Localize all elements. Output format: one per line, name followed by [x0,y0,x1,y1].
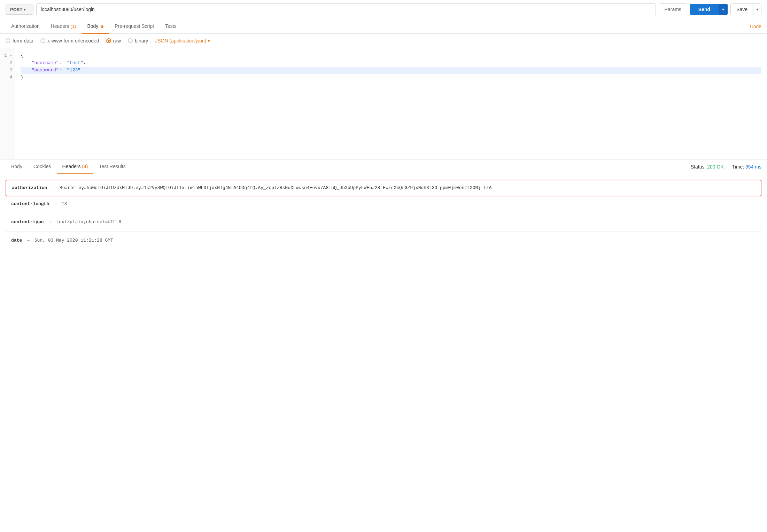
code-editor[interactable]: { "username": "test", "password": "123" … [15,48,767,159]
radio-raw [106,38,111,43]
save-button[interactable]: Save [731,4,753,15]
line-num-4: 4 [4,74,12,81]
arrow-content-type: → [48,219,51,225]
header-value-authorization: Bearer eyJhbGciOiJIUzUxMiJ9.eyJ1c2VySWQi… [60,185,491,190]
tab-authorization[interactable]: Authorization [6,19,45,34]
body-options: form-data x-www-form-urlencoded raw bina… [0,34,767,48]
resp-tab-headers[interactable]: Headers (4) [57,159,94,174]
code-line-4: } [21,74,761,81]
time-label: Time: 354 ms [732,164,761,170]
option-form-data[interactable]: form-data [6,38,33,44]
format-chevron: ▾ [208,38,210,44]
resp-headers-badge: (4) [82,164,88,169]
header-date: date → Sun, 03 May 2020 11:21:28 GMT [6,234,761,247]
header-name-date: date [11,238,22,243]
divider-2 [6,231,761,232]
time-value: 354 ms [745,164,761,170]
tab-pre-request[interactable]: Pre-request Script [109,19,160,34]
option-urlencoded[interactable]: x-www-form-urlencoded [40,38,99,44]
response-body: authorization → Bearer eyJhbGciOiJIUzUxM… [0,174,767,252]
option-raw[interactable]: raw [106,38,121,44]
method-label: POST [10,7,22,12]
radio-urlencoded [40,38,45,43]
line-num-2: 2 [4,60,12,67]
send-dropdown-button[interactable]: ▾ [719,4,728,15]
header-name-content-length: content-length [11,201,49,206]
method-select[interactable]: POST ▾ [6,5,33,15]
save-group: Save ▾ [730,3,761,15]
arrow-date: → [27,238,30,243]
key-password: "password" [32,68,59,73]
tab-body[interactable]: Body [82,19,109,34]
val-password: "123" [67,68,80,73]
headers-badge: (1) [71,24,76,29]
code-line-2: "username": "test", [21,60,761,67]
format-select[interactable]: JSON (application/json) ▾ [155,38,210,44]
option-urlencoded-label: x-www-form-urlencoded [47,38,99,44]
resp-tab-test-results[interactable]: Test Results [93,159,131,174]
val-username: "test" [67,60,83,65]
header-value-content-type: text/plain;charset=UTF-8 [56,219,121,225]
tab-tests[interactable]: Tests [160,19,182,34]
line-numbers: 1 ▾ 2 3 4 [0,48,15,159]
option-raw-label: raw [113,38,121,44]
status-label: Status: 200 OK [691,164,724,170]
header-content-type: content-type → text/plain;charset=UTF-8 [6,216,761,228]
line-num-3: 3 [4,67,12,74]
method-chevron: ▾ [24,7,26,12]
arrow-content-length: → [54,201,57,206]
option-binary[interactable]: binary [128,38,148,44]
arrow-authorization: → [52,185,55,190]
url-input[interactable] [36,3,656,15]
status-code: 200 OK [707,164,723,170]
tab-headers[interactable]: Headers (1) [45,19,82,34]
format-label: JSON (application/json) [155,38,206,44]
header-authorization: authorization → Bearer eyJhbGciOiJIUzUxM… [6,180,761,196]
header-name-authorization: authorization [12,185,47,190]
header-content-length: content-length → 13 [6,198,761,210]
header-value-date: Sun, 03 May 2020 11:21:28 GMT [34,238,113,243]
top-bar: POST ▾ Params Send ▾ Save ▾ [0,0,767,19]
code-link[interactable]: Code [750,19,761,33]
save-dropdown-button[interactable]: ▾ [753,4,761,15]
header-name-content-type: content-type [11,219,44,225]
key-username: "username" [32,60,59,65]
params-button[interactable]: Params [659,3,687,15]
radio-binary [128,38,133,43]
option-form-data-label: form-data [13,38,33,44]
response-status: Status: 200 OK Time: 354 ms [691,160,761,174]
send-button[interactable]: Send [690,4,719,15]
header-value-content-length: 13 [62,201,67,206]
code-line-3: "password": "123" [21,67,761,74]
option-binary-label: binary [135,38,148,44]
request-tabs: Authorization Headers (1) Body Pre-reque… [0,19,767,34]
line-num-1: 1 ▾ [4,52,12,60]
radio-form-data [6,38,10,43]
code-line-1: { [21,52,761,60]
divider-1 [6,213,761,213]
body-dot [101,25,103,28]
resp-tab-body[interactable]: Body [6,159,28,174]
resp-tab-cookies[interactable]: Cookies [28,159,57,174]
response-tabs: Body Cookies Headers (4) Test Results St… [0,159,767,174]
editor-area: 1 ▾ 2 3 4 { "username": "test", "passwor… [0,48,767,159]
send-group: Send ▾ [690,4,728,15]
